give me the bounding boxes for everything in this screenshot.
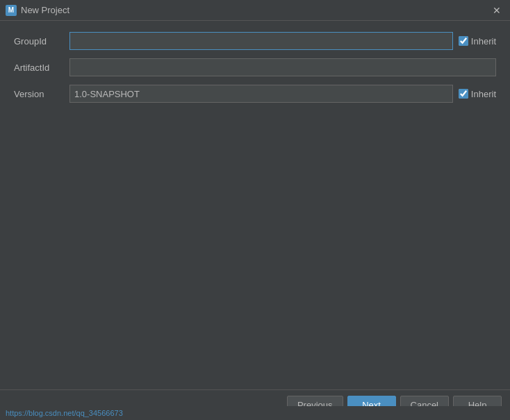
groupid-inherit-checkbox[interactable] [459,36,468,46]
title-bar: M New Project ✕ [0,0,510,21]
tooltip-bar: https://blog.csdn.net/qq_34566673 [0,406,510,420]
version-inherit-checkbox[interactable] [459,89,468,99]
artifactid-label: ArtifactId [14,62,69,73]
version-label: Version [14,89,69,99]
groupid-input[interactable] [69,32,453,50]
tooltip-url[interactable]: https://blog.csdn.net/qq_34566673 [6,409,123,417]
dialog-title: New Project [21,5,489,15]
version-input[interactable] [69,85,453,103]
groupid-label: GroupId [14,36,69,47]
content-spacer [14,111,496,378]
version-row: Version Inherit [14,85,496,103]
artifactid-row: ArtifactId [14,58,496,76]
dialog-content: GroupId Inherit ArtifactId Version Inher… [0,21,510,389]
groupid-inherit-label: Inherit [471,36,496,47]
app-icon: M [6,5,17,16]
close-button[interactable]: ✕ [489,3,504,18]
version-inherit-wrapper: Inherit [459,89,496,99]
groupid-row: GroupId Inherit [14,32,496,50]
artifactid-input[interactable] [69,58,496,76]
groupid-inherit-wrapper: Inherit [459,36,496,47]
version-inherit-label: Inherit [471,89,496,99]
dialog-container: M New Project ✕ GroupId Inherit Artifact… [0,0,510,420]
